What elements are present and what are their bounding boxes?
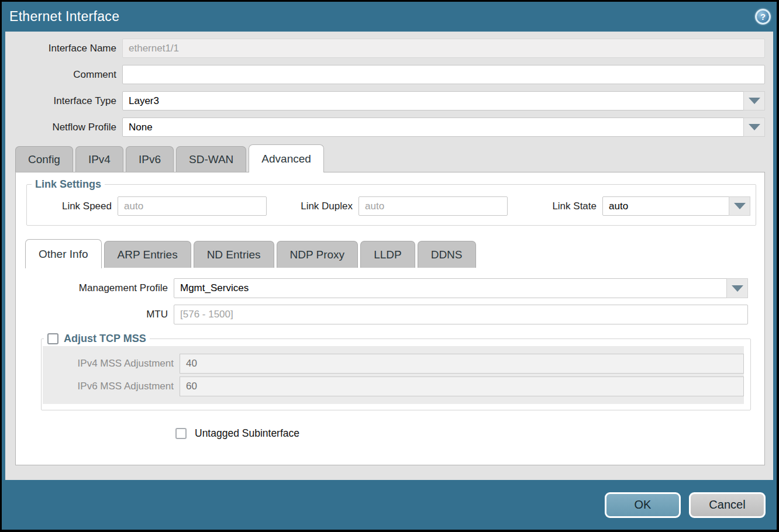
tab-ndp-proxy[interactable]: NDP Proxy <box>277 241 359 268</box>
link-duplex-label: Link Duplex <box>291 201 359 212</box>
comment-input[interactable] <box>122 65 765 84</box>
main-tab-bar: Config IPv4 IPv6 SD-WAN Advanced <box>5 144 773 172</box>
tab-ipv4[interactable]: IPv4 <box>75 146 123 172</box>
ok-button[interactable]: OK <box>605 492 681 518</box>
interface-name-row: Interface Name <box>5 39 773 58</box>
adjust-tcp-mss-group: Adjust TCP MSS IPv4 MSS Adjustment IPv6 … <box>41 333 751 410</box>
tab-nd-entries[interactable]: ND Entries <box>194 241 274 268</box>
other-info-panel: Management Profile MTU <box>16 278 764 440</box>
link-settings-group: Link Settings Link Speed Link Duplex <box>26 178 756 226</box>
chevron-down-icon <box>749 98 760 104</box>
mtu-input[interactable] <box>174 305 748 324</box>
cancel-button[interactable]: Cancel <box>689 492 766 518</box>
chevron-down-icon <box>749 124 760 130</box>
untagged-subinterface-row: Untagged Subinterface <box>175 427 764 440</box>
dialog-title: Ethernet Interface <box>9 9 119 25</box>
mtu-label: MTU <box>16 309 174 320</box>
link-speed-input[interactable] <box>118 196 267 216</box>
interface-type-row: Interface Type <box>5 91 773 110</box>
link-speed-label: Link Speed <box>27 201 118 212</box>
chevron-down-icon <box>732 285 743 292</box>
tab-sdwan[interactable]: SD-WAN <box>176 146 246 172</box>
netflow-profile-select[interactable] <box>122 118 765 137</box>
comment-row: Comment <box>5 65 773 84</box>
advanced-tab-panel: Link Settings Link Speed Link Duplex <box>15 172 765 465</box>
link-duplex-input[interactable] <box>359 196 508 216</box>
netflow-profile-row: Netflow Profile <box>5 118 773 137</box>
management-profile-dropdown-button[interactable] <box>726 278 748 298</box>
ipv4-mss-label: IPv4 MSS Adjustment <box>43 358 180 369</box>
tab-lldp[interactable]: LLDP <box>360 241 415 268</box>
untagged-subinterface-label: Untagged Subinterface <box>195 427 299 440</box>
comment-label: Comment <box>5 69 122 81</box>
ipv4-mss-input <box>180 354 744 374</box>
netflow-profile-dropdown-button[interactable] <box>743 118 765 137</box>
chevron-down-icon <box>734 203 746 209</box>
dialog-body: Interface Name Comment Interface Type <box>5 32 773 480</box>
ipv4-mss-row: IPv4 MSS Adjustment <box>43 354 744 374</box>
management-profile-label: Management Profile <box>16 282 174 294</box>
interface-name-label: Interface Name <box>5 43 122 54</box>
adjust-tcp-mss-checkbox[interactable] <box>47 333 58 344</box>
info-tab-bar: Other Info ARP Entries ND Entries NDP Pr… <box>16 239 764 268</box>
top-form: Interface Name Comment Interface Type <box>5 32 773 137</box>
interface-name-input <box>122 39 765 58</box>
ethernet-interface-dialog: Ethernet Interface ? Interface Name Comm… <box>2 2 777 530</box>
tab-config[interactable]: Config <box>15 146 73 172</box>
mtu-row: MTU <box>16 305 764 324</box>
help-icon[interactable]: ? <box>755 9 771 25</box>
ipv6-mss-row: IPv6 MSS Adjustment <box>43 376 744 396</box>
ipv6-mss-input <box>180 376 744 396</box>
tab-other-info[interactable]: Other Info <box>25 239 102 268</box>
management-profile-row: Management Profile <box>16 278 764 298</box>
adjust-tcp-mss-label: Adjust TCP MSS <box>64 333 146 345</box>
netflow-profile-label: Netflow Profile <box>5 122 122 133</box>
untagged-subinterface-checkbox[interactable] <box>175 428 187 439</box>
interface-type-label: Interface Type <box>5 95 122 107</box>
interface-type-dropdown-button[interactable] <box>743 91 765 110</box>
titlebar: Ethernet Interface ? <box>2 2 777 32</box>
help-glyph: ? <box>760 12 766 22</box>
tab-advanced[interactable]: Advanced <box>249 144 324 172</box>
link-state-label: Link State <box>544 201 602 212</box>
management-profile-select[interactable] <box>174 278 748 298</box>
adjust-tcp-mss-legend: Adjust TCP MSS <box>44 333 150 345</box>
tab-arp-entries[interactable]: ARP Entries <box>104 241 191 268</box>
dialog-footer: OK Cancel <box>2 480 777 530</box>
tab-ipv6[interactable]: IPv6 <box>126 146 174 172</box>
link-settings-legend: Link Settings <box>32 178 105 191</box>
mss-fields-panel: IPv4 MSS Adjustment IPv6 MSS Adjustment <box>43 346 744 404</box>
link-state-dropdown-button[interactable] <box>729 196 750 216</box>
tab-ddns[interactable]: DDNS <box>418 241 476 268</box>
ipv6-mss-label: IPv6 MSS Adjustment <box>43 381 180 392</box>
interface-type-select[interactable] <box>122 91 765 110</box>
